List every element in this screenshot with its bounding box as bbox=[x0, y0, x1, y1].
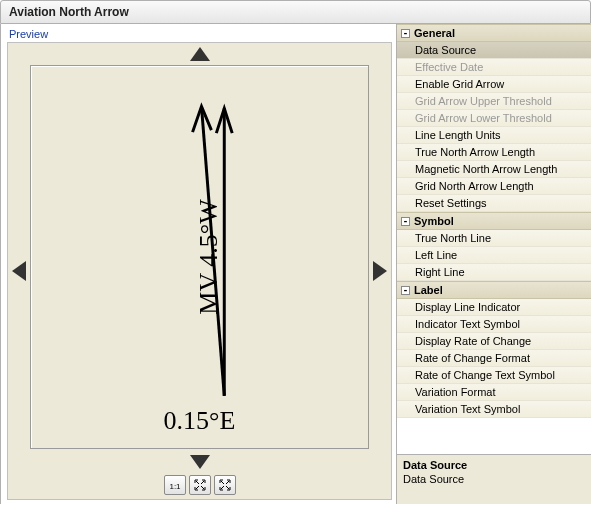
zoom-1to1-icon: 1:1 bbox=[168, 478, 182, 492]
property-row[interactable]: Left Line bbox=[397, 247, 591, 264]
window-body: Preview MV 4.5°W bbox=[0, 24, 591, 504]
group-header[interactable]: -General bbox=[397, 24, 591, 42]
property-row[interactable]: Rate of Change Format bbox=[397, 350, 591, 367]
property-grid: -GeneralData SourceEffective DateEnable … bbox=[396, 24, 591, 504]
pan-up-arrow-icon[interactable] bbox=[190, 47, 210, 61]
zoom-fit-button[interactable] bbox=[189, 475, 211, 495]
zoom-full-icon bbox=[218, 478, 232, 492]
property-row[interactable]: Variation Text Symbol bbox=[397, 401, 591, 418]
property-row[interactable]: Indicator Text Symbol bbox=[397, 316, 591, 333]
property-row[interactable]: Grid North Arrow Length bbox=[397, 178, 591, 195]
property-row[interactable]: Right Line bbox=[397, 264, 591, 281]
group-label: General bbox=[414, 27, 455, 39]
property-row: Effective Date bbox=[397, 59, 591, 76]
property-row[interactable]: True North Arrow Length bbox=[397, 144, 591, 161]
property-row[interactable]: Data Source bbox=[397, 42, 591, 59]
window-title: Aviation North Arrow bbox=[0, 0, 591, 24]
group-header[interactable]: -Symbol bbox=[397, 212, 591, 230]
svg-line-4 bbox=[196, 481, 199, 484]
group-header[interactable]: -Label bbox=[397, 281, 591, 299]
description-pane: Data Source Data Source bbox=[397, 454, 591, 504]
property-row[interactable]: Variation Format bbox=[397, 384, 591, 401]
property-row[interactable]: True North Line bbox=[397, 230, 591, 247]
preview-viewport: MV 4.5°W 0.15°E 1:1 bbox=[7, 42, 392, 500]
description-text: Data Source bbox=[403, 473, 585, 485]
pan-left-arrow-icon[interactable] bbox=[12, 261, 26, 281]
preview-pane: Preview MV 4.5°W bbox=[1, 24, 396, 504]
collapse-icon[interactable]: - bbox=[401, 286, 410, 295]
property-row[interactable]: Magnetic North Arrow Length bbox=[397, 161, 591, 178]
property-row[interactable]: Reset Settings bbox=[397, 195, 591, 212]
aviation-north-arrow-window: Aviation North Arrow Preview bbox=[0, 0, 591, 519]
pan-right-arrow-icon[interactable] bbox=[373, 261, 387, 281]
zoom-fit-icon bbox=[193, 478, 207, 492]
description-title: Data Source bbox=[403, 459, 585, 471]
group-label: Symbol bbox=[414, 215, 454, 227]
property-row: Grid Arrow Lower Threshold bbox=[397, 110, 591, 127]
zoom-actual-button[interactable]: 1:1 bbox=[164, 475, 186, 495]
preview-heading: Preview bbox=[7, 26, 392, 42]
svg-line-6 bbox=[201, 486, 204, 489]
svg-text:1:1: 1:1 bbox=[169, 482, 181, 491]
pan-down-arrow-icon[interactable] bbox=[190, 455, 210, 469]
collapse-icon[interactable]: - bbox=[401, 29, 410, 38]
property-row[interactable]: Line Length Units bbox=[397, 127, 591, 144]
collapse-icon[interactable]: - bbox=[401, 217, 410, 226]
svg-line-11 bbox=[221, 486, 224, 489]
svg-line-9 bbox=[226, 481, 229, 484]
svg-line-8 bbox=[221, 481, 224, 484]
property-row[interactable]: Display Rate of Change bbox=[397, 333, 591, 350]
property-row[interactable]: Rate of Change Text Symbol bbox=[397, 367, 591, 384]
svg-line-5 bbox=[201, 481, 204, 484]
preview-canvas: MV 4.5°W 0.15°E bbox=[30, 65, 369, 449]
group-label: Label bbox=[414, 284, 443, 296]
property-list: -GeneralData SourceEffective DateEnable … bbox=[397, 24, 591, 454]
property-row: Grid Arrow Upper Threshold bbox=[397, 93, 591, 110]
rate-of-change-label: 0.15°E bbox=[31, 406, 368, 436]
svg-line-7 bbox=[196, 486, 199, 489]
svg-line-10 bbox=[226, 486, 229, 489]
magnetic-variation-label: MV 4.5°W bbox=[194, 199, 224, 314]
property-row[interactable]: Display Line Indicator bbox=[397, 299, 591, 316]
property-row[interactable]: Enable Grid Arrow bbox=[397, 76, 591, 93]
zoom-full-button[interactable] bbox=[214, 475, 236, 495]
zoom-toolbar: 1:1 bbox=[164, 475, 236, 495]
